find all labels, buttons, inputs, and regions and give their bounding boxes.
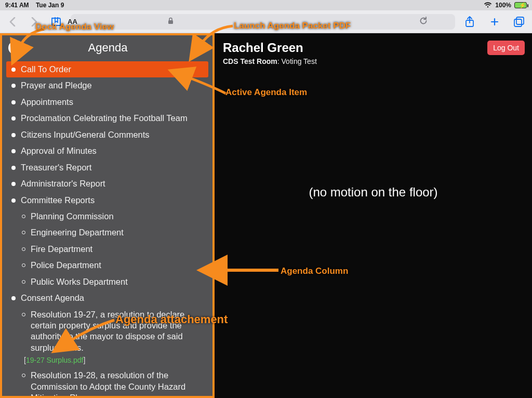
room-line: CDS Test Room: Voting Test: [223, 57, 524, 65]
status-date: Tue Jan 9: [36, 2, 64, 9]
agenda-item[interactable]: Fire Department: [2, 241, 212, 257]
ios-status-bar: 9:41 AM Tue Jan 9 100% ⚡: [0, 0, 532, 10]
agenda-header: Agenda: [2, 35, 212, 60]
svg-rect-3: [514, 19, 522, 26]
agenda-item-label: Committee Reports: [21, 195, 207, 206]
agenda-item-label: Appointments: [21, 97, 207, 108]
agenda-item-label: Consent Agenda: [21, 293, 207, 303]
logout-button[interactable]: Log Out: [487, 41, 525, 55]
agenda-item-label: Public Works Department: [31, 276, 207, 287]
agenda-item-label: Administrator's Report: [21, 178, 207, 189]
agenda-item-label: Planning Commission: [31, 211, 207, 222]
agenda-attachment[interactable]: [19-27 Surplus.pdf]: [24, 356, 212, 367]
wifi-icon: [484, 2, 492, 8]
agenda-column: Agenda Call To OrderPrayer and PledgeApp…: [0, 33, 215, 398]
bullet-icon: [11, 100, 16, 104]
share-icon[interactable]: [462, 15, 477, 29]
agenda-item-label: Proclamation Celebrating the Football Te…: [21, 113, 207, 124]
bullet-icon: [11, 133, 16, 137]
bullet-icon: [11, 116, 16, 121]
agenda-item[interactable]: Committee Reports: [2, 192, 212, 208]
agenda-item-label: Engineering Department: [31, 227, 207, 238]
agenda-item[interactable]: Administrator's Report: [2, 176, 212, 192]
agenda-item[interactable]: Police Department: [2, 257, 212, 273]
annotation-agenda-column: Agenda Column: [281, 266, 348, 276]
hollow-bullet-icon: [22, 247, 25, 251]
agenda-item-label: Prayer and Pledge: [21, 80, 207, 91]
room-mode: Voting Test: [282, 57, 317, 65]
battery-icon: ⚡: [514, 2, 527, 8]
agenda-item[interactable]: Consent Agenda: [2, 290, 212, 306]
annotation-dock: Dock Agenda View: [35, 22, 114, 32]
agenda-item[interactable]: Citizens Input/General Comments: [2, 127, 212, 143]
bullet-icon: [11, 68, 16, 72]
agenda-item-label: Call To Order: [21, 64, 203, 75]
svg-rect-0: [168, 20, 173, 24]
new-tab-icon[interactable]: [487, 15, 502, 29]
annotation-launch-pdf: Launch Agenda Packet PDF: [234, 21, 351, 31]
tabs-icon[interactable]: [512, 15, 527, 29]
lock-icon: [168, 17, 174, 26]
agenda-item-label: Treasurer's Report: [21, 162, 207, 173]
agenda-item[interactable]: Prayer and Pledge: [2, 77, 212, 94]
launch-packet-pdf-button[interactable]: [194, 41, 206, 55]
hollow-bullet-icon: [22, 215, 25, 218]
bullet-icon: [11, 296, 16, 300]
agenda-item-label: Fire Department: [31, 244, 207, 255]
agenda-item-label: Approval of Minutes: [21, 145, 207, 156]
dock-agenda-button[interactable]: [8, 41, 22, 55]
agenda-list[interactable]: Call To OrderPrayer and PledgeAppointmen…: [2, 60, 212, 396]
bullet-icon: [11, 84, 16, 88]
hollow-bullet-icon: [22, 231, 25, 234]
agenda-item[interactable]: Call To Order: [6, 61, 208, 77]
hollow-bullet-icon: [22, 313, 25, 316]
agenda-item[interactable]: Proclamation Celebrating the Football Te…: [2, 110, 212, 126]
agenda-item[interactable]: Resolution 19-28, a resolution of the Co…: [2, 367, 212, 396]
svg-rect-2: [516, 17, 524, 24]
agenda-title: Agenda: [22, 41, 194, 55]
bullet-icon: [11, 166, 16, 170]
room-label: CDS Test Room: [223, 57, 277, 65]
reload-icon[interactable]: [419, 16, 428, 27]
battery-pct: 100%: [495, 2, 511, 9]
agenda-item[interactable]: Appointments: [2, 94, 212, 110]
back-icon[interactable]: [5, 15, 20, 29]
bullet-icon: [11, 182, 16, 186]
status-time: 9:41 AM: [5, 2, 29, 9]
hollow-bullet-icon: [22, 263, 25, 267]
agenda-item-label: Police Department: [31, 260, 207, 271]
bullet-icon: [11, 149, 16, 153]
hollow-bullet-icon: [22, 374, 25, 377]
user-name: Rachel Green: [223, 41, 524, 55]
annotation-attachment: Agenda attachement: [115, 313, 228, 326]
hollow-bullet-icon: [22, 280, 25, 284]
agenda-item[interactable]: Engineering Department: [2, 224, 212, 241]
floor-message: (no motion on the floor): [215, 185, 532, 200]
agenda-item[interactable]: Public Works Department: [2, 274, 212, 290]
agenda-item[interactable]: Approval of Minutes: [2, 143, 212, 159]
bullet-icon: [11, 198, 16, 203]
annotation-active-item: Active Agenda Item: [225, 87, 307, 98]
agenda-item[interactable]: Treasurer's Report: [2, 160, 212, 176]
agenda-item-label: Resolution 19-28, a resolution of the Co…: [31, 370, 207, 396]
agenda-item-label: Citizens Input/General Comments: [21, 129, 207, 140]
attachment-link[interactable]: 19-27 Surplus.pdf: [26, 356, 84, 364]
agenda-item[interactable]: Planning Commission: [2, 208, 212, 224]
